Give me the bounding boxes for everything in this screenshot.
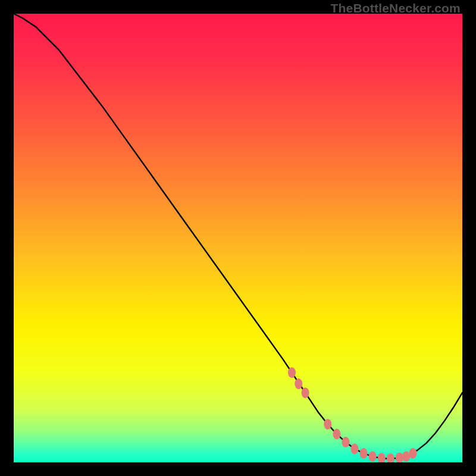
curve-marker bbox=[409, 448, 417, 459]
gradient-background bbox=[14, 14, 462, 462]
curve-marker bbox=[302, 387, 309, 398]
curve-marker bbox=[333, 429, 340, 440]
curve-marker bbox=[295, 378, 302, 389]
chart-frame bbox=[14, 14, 462, 462]
curve-marker bbox=[342, 437, 349, 447]
curve-marker bbox=[360, 448, 368, 459]
bottleneck-chart bbox=[14, 14, 462, 462]
curve-marker bbox=[324, 419, 331, 430]
curve-marker bbox=[288, 367, 296, 378]
curve-marker bbox=[351, 443, 359, 454]
watermark-text: TheBottleNecker.com bbox=[330, 1, 461, 15]
curve-marker bbox=[369, 451, 377, 462]
curve-marker bbox=[402, 451, 410, 462]
